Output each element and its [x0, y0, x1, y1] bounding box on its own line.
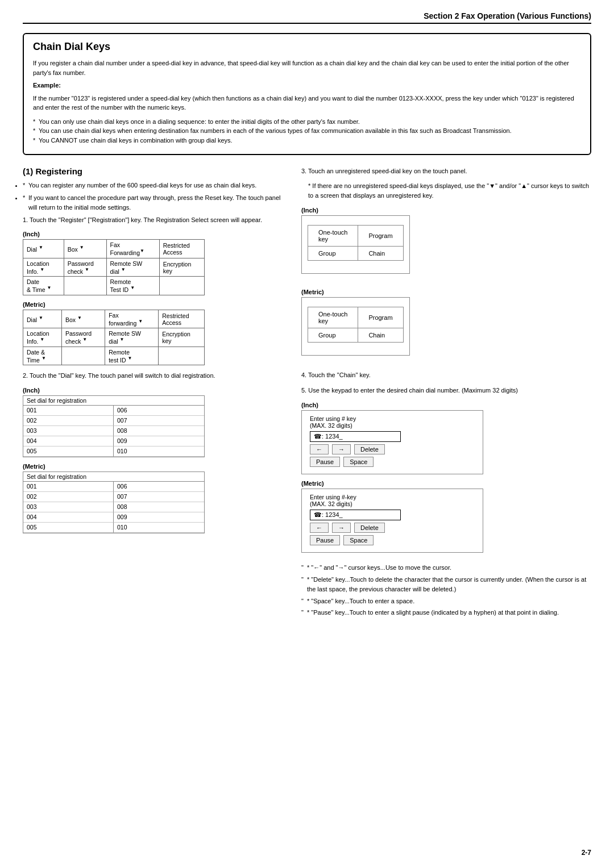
dial-row: 003 — [23, 426, 114, 436]
dial-row: 008 — [114, 502, 204, 512]
chapter-box: Chain Dial Keys If you register a chain … — [23, 33, 591, 155]
dial-col-left-m: 001 002 003 004 005 — [23, 482, 114, 533]
footnote-text-4: "Pause" key...Touch to enter a slight pa… — [311, 609, 559, 616]
cell-onetouch: One-touchkey — [308, 225, 358, 246]
chapter-bullets: You can only use chain dial keys once in… — [33, 117, 581, 145]
keypad-metric: Enter using #-key (MAX. 32 digits) ☎: 12… — [301, 489, 483, 553]
cell-program: Program — [358, 225, 403, 246]
cell-encryption: Encryptionkey — [159, 258, 204, 277]
kp-delete-btn-m[interactable]: Delete — [354, 523, 385, 533]
table-row: Date& Time ▼ RemoteTest ID ▼ — [23, 277, 205, 295]
kp-space-btn[interactable]: Space — [343, 457, 374, 467]
footnote-text-1: "←" and "→" cursor keys...Use to move th… — [311, 564, 451, 571]
cell-empty2 — [159, 277, 204, 295]
kp-header-metric: Enter using #-key (MAX. 32 digits) — [310, 494, 475, 507]
kp-pause-btn[interactable]: Pause — [310, 457, 340, 467]
footnote-1: * "←" and "→" cursor keys...Use to move … — [301, 563, 591, 573]
kp-buttons-row1: ← → Delete — [310, 444, 475, 454]
step4-text: 4. Touch the "Chain" key. — [301, 370, 591, 381]
cell-password: Passwordcheck ▼ — [64, 258, 106, 277]
dial-row: 007 — [114, 416, 204, 426]
footnote-text-3: "Space" key...Touch to enter a space. — [311, 598, 414, 604]
dial-row: 002 — [23, 492, 114, 502]
footnote-4: * "Pause" key...Touch to enter a slight … — [301, 608, 591, 618]
step5-metric-label: (Metric) — [301, 480, 591, 487]
step5: 5. Use the keypad to enter the desired c… — [301, 386, 591, 553]
cell-remote-sw: Remote SWdial ▼ — [106, 258, 159, 277]
bullet-2: You can use chain dial keys when enterin… — [33, 126, 581, 136]
chapter-title: Chain Dial Keys — [33, 41, 581, 53]
col-right: 3. Touch an unregistered speed-dial key … — [301, 166, 591, 620]
reg-table-inch: Dial ▼ Box ▼ FaxForwarding▼ RestrictedAc… — [23, 239, 205, 295]
step2: 2. Touch the "Dial" key. The touch panel… — [23, 371, 284, 533]
dial-row: 009 — [114, 512, 204, 523]
keypad-inch: Enter using # key (MAX. 32 digits) ☎: 12… — [301, 410, 483, 474]
step5-text: 5. Use the keypad to enter the desired c… — [301, 386, 591, 396]
footnote-text-2: "Delete" key...Touch to delete the chara… — [307, 576, 586, 593]
footnote-section: * "←" and "→" cursor keys...Use to move … — [301, 563, 591, 618]
dial-row: 007 — [114, 492, 204, 502]
dial-col-left: 001 002 003 004 005 — [23, 406, 114, 457]
dial-row: 003 — [23, 502, 114, 512]
step1-text: 1. Touch the "Register" ["Registration"]… — [23, 215, 284, 226]
cell-program-m: Program — [358, 307, 403, 328]
step2-text: 2. Touch the "Dial" key. The touch panel… — [23, 371, 284, 381]
cell-restricted: RestrictedAccess — [159, 240, 204, 258]
kp-space-btn-m[interactable]: Space — [343, 535, 374, 545]
kp-delete-btn[interactable]: Delete — [354, 444, 385, 454]
footnote-3: * "Space" key...Touch to enter a space. — [301, 596, 591, 607]
kp-pause-btn-m[interactable]: Pause — [310, 535, 340, 545]
cell-date: Date& Time ▼ — [23, 277, 64, 295]
cell-dial: Dial ▼ — [23, 240, 64, 258]
kp-left-btn-m[interactable]: ← — [310, 523, 329, 533]
reg-table-metric: Dial ▼ Box ▼ Faxforwarding ▼ RestrictedA… — [23, 310, 205, 366]
dial-row: 004 — [23, 436, 114, 446]
footnote-2: * "Delete" key...Touch to delete the cha… — [301, 575, 591, 595]
dial-row: 001 — [23, 482, 114, 492]
cell-dial-m: Dial ▼ — [23, 310, 62, 328]
bullet-1: You can only use chain dial keys once in… — [33, 117, 581, 127]
kp-buttons-row1-m: ← → Delete — [310, 523, 475, 533]
step3-inch-label: (Inch) — [301, 207, 591, 214]
dial-row: 010 — [114, 523, 204, 533]
kp-subheader-text: (MAX. 32 digits) — [310, 422, 352, 429]
page: Section 2 Fax Operation (Various Functio… — [0, 0, 614, 868]
kp-right-btn[interactable]: → — [332, 444, 351, 454]
step1: 1. Touch the "Register" ["Registration"]… — [23, 215, 284, 366]
cell-empty2-m — [159, 347, 205, 365]
kp-subheader-text-m: (MAX. 32 digits) — [310, 500, 352, 507]
section-title: Section 2 Fax Operation (Various Functio… — [424, 11, 591, 20]
kp-right-btn-m[interactable]: → — [332, 523, 351, 533]
kp-input-field[interactable]: ☎: 1234_ — [310, 431, 401, 442]
dial-list-body: 001 002 003 004 005 006 007 008 009 010 — [23, 406, 204, 457]
dial-col-right-m: 006 007 008 009 010 — [114, 482, 204, 533]
page-number: 2-7 — [582, 849, 591, 857]
dial-row: 009 — [114, 436, 204, 446]
cell-empty1 — [64, 277, 106, 295]
dial-list-header-m: Set dial for registration — [23, 472, 204, 482]
dial-row: 008 — [114, 426, 204, 436]
dial-list-body-m: 001 002 003 004 005 006 007 008 009 010 — [23, 482, 204, 533]
step3-sub: * If there are no unregistered speed-dia… — [301, 181, 591, 201]
cell-remote-sw-m: Remote SWdial ▼ — [105, 328, 159, 347]
section-header: Section 2 Fax Operation (Various Functio… — [23, 11, 591, 24]
cell-remote-test-m: Remotetest ID ▼ — [105, 347, 159, 365]
cell-remote-test: RemoteTest ID ▼ — [106, 277, 159, 295]
table-row: Group Chain — [308, 328, 404, 342]
kp-input-field-m[interactable]: ☎: 1234_ — [310, 510, 401, 520]
example-text: If the number "0123" is registered under… — [33, 94, 581, 112]
dial-list-header: Set dial for registration — [23, 396, 204, 406]
kp-left-btn[interactable]: ← — [310, 444, 329, 454]
dial-row: 006 — [114, 482, 204, 492]
cell-location-m: LocationInfo. ▼ — [23, 328, 62, 347]
step3-text: 3. Touch an unregistered speed-dial key … — [301, 166, 591, 177]
cell-restricted-m: RestrictedAccess — [159, 310, 205, 328]
dial-col-right: 006 007 008 009 010 — [114, 406, 204, 457]
table-row: LocationInfo. ▼ Passwordcheck ▼ Remote S… — [23, 258, 205, 277]
kp-input-row-m: ☎: 1234_ — [310, 510, 475, 520]
cell-date-m: Date &Time ▼ — [23, 347, 62, 365]
cell-box-m: Box ▼ — [61, 310, 105, 328]
cell-fax-fwd-m: Faxforwarding ▼ — [105, 310, 159, 328]
step2-inch-label: (Inch) — [23, 387, 284, 394]
step1-metric-label: (Metric) — [23, 301, 284, 308]
